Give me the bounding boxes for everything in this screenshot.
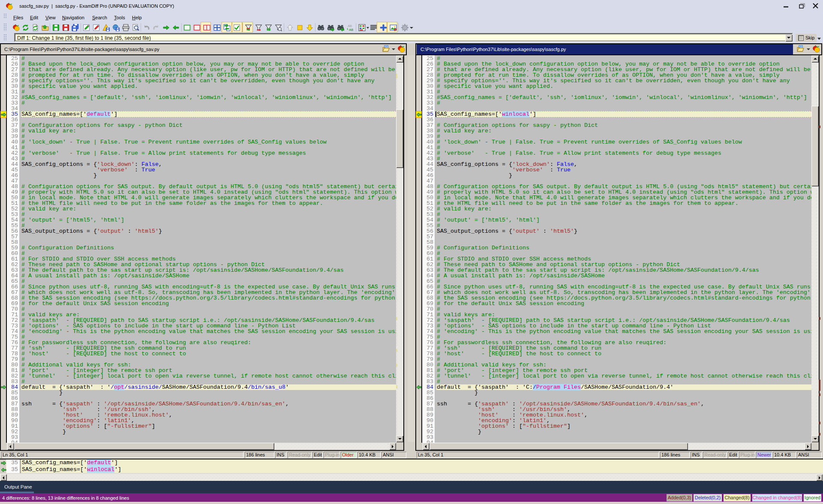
svg-text:AB: AB bbox=[349, 28, 353, 31]
